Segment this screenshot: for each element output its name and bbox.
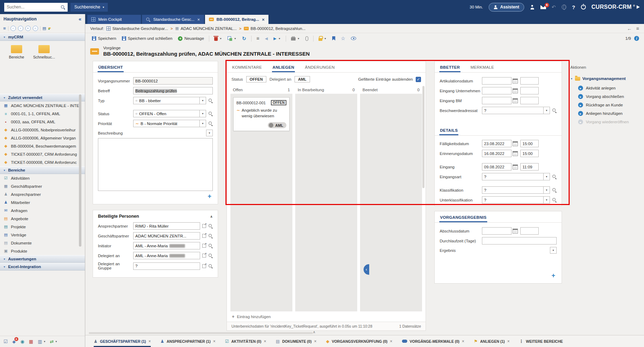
time-input[interactable] [520, 227, 539, 235]
date-input[interactable] [482, 227, 512, 235]
assignee-pill[interactable]: AML [268, 122, 286, 128]
recent-item[interactable]: ▦ADAC MÜNCHEN ZENTRALE - INTE [0, 101, 85, 110]
search-scope-button[interactable]: Suchbereiche ▾ [70, 3, 108, 12]
column-dropzone[interactable] [295, 94, 357, 311]
klassifikation-input[interactable]: ? [482, 186, 544, 194]
close-icon[interactable]: × [213, 339, 216, 344]
horizontal-scrollbar[interactable] [89, 332, 313, 334]
lookup-search-icon[interactable] [208, 111, 213, 116]
lookup-search-icon[interactable] [208, 264, 213, 268]
close-icon[interactable]: × [314, 339, 316, 344]
ansprechpartner-input[interactable]: RIMÜ - Rita Müller [133, 222, 200, 230]
tab-bbetter[interactable]: BBETTER [439, 61, 460, 72]
dropdown-button[interactable]: ▼ [544, 186, 550, 194]
save-and-close-button[interactable]: Speichern und schließen [120, 35, 174, 42]
add-entry-button[interactable]: + Eintrag hinzufügen [227, 311, 426, 322]
bottomtab-anliegen[interactable]: ⚑ANLIEGEN (1)× [474, 335, 510, 347]
menu-icon[interactable]: ≡ [3, 26, 6, 31]
insert-plus-icon[interactable]: + [551, 272, 555, 279]
sidebar-item-geschaeftspartner[interactable]: ▦Geschäftspartner [0, 182, 85, 190]
sidebar-item-angebote[interactable]: ▤Angebote [0, 215, 85, 223]
bottomtab-vorgangsverknuepfung[interactable]: ◆VORGANGSVERKNÜPFUNG (0)× [326, 335, 392, 347]
collapse-panel-icon[interactable]: ∧ [210, 215, 213, 218]
lookup-search-icon[interactable] [208, 98, 213, 103]
collapse-bottom-panel-button[interactable]: ∧ [313, 330, 315, 334]
date-input[interactable] [482, 77, 512, 85]
date-input[interactable]: 09.08.2022 [482, 163, 512, 171]
dropdown-button[interactable]: ▼ [200, 97, 206, 104]
favorite-button[interactable]: ☆ [339, 35, 347, 42]
sidebar-item-ansprechpartner[interactable]: ♟Ansprechpartner [0, 190, 85, 198]
open-record-icon[interactable] [202, 244, 206, 248]
folder-bereiche[interactable]: Bereiche [6, 45, 27, 59]
column-dropzone[interactable]: BB-0000012-001 OFFEN ∼ Angeblich wurde z… [230, 94, 292, 311]
bottomtab-ansprechpartner[interactable]: ♟ANSPRECHPARTNER (1)× [160, 335, 215, 347]
sidebar-section-bereiche[interactable]: ▼ Bereiche [0, 166, 85, 174]
calendar-icon[interactable] [513, 98, 518, 103]
tab-vorgang-bb0000012[interactable]: BB-0000012, Beitrag... × [205, 15, 268, 24]
recent-item[interactable]: ◆TICKET-0000008, CRM Anforderunc [0, 158, 85, 166]
dropdown-button[interactable]: ▼ [200, 120, 206, 127]
lookup-search-icon[interactable] [552, 108, 557, 113]
breadcrumb-item[interactable]: BB-0000012, Beitragszahlun... [244, 26, 305, 31]
date-input[interactable] [482, 97, 512, 104]
lookup-search-icon[interactable] [552, 188, 557, 192]
time-input[interactable]: 15:00 [520, 150, 539, 157]
date-input[interactable]: 16.08.2022 [482, 150, 512, 157]
bottomtab-vorgaenge-merkmale[interactable]: VORGÄNGE-MERKMALE (0)× [402, 335, 464, 347]
search-icon[interactable] [61, 5, 65, 10]
globe-icon[interactable] [562, 5, 566, 10]
beschreibung-textarea[interactable] [98, 138, 213, 191]
sidebar-section-recent[interactable]: ▼ Zuletzt verwendet [0, 94, 85, 101]
new-record-button[interactable]: +Neuanlage [176, 35, 206, 42]
previous-record-button[interactable]: ◀ [263, 35, 270, 42]
home-button[interactable]: ⌂ [33, 26, 38, 31]
sidebar-item-aktivitaeten[interactable]: ☑Aktivitäten [0, 174, 85, 182]
dropdown-button[interactable]: ▼ [544, 173, 550, 180]
close-icon[interactable]: × [462, 339, 464, 344]
dropdown-button[interactable]: ▼ [544, 107, 550, 114]
sidebar-section-auswertungen[interactable]: ▼ Auswertungen [0, 255, 85, 263]
sidebar-item-projekte[interactable]: ▤Projekte [0, 223, 85, 231]
bottomtab-dokumente[interactable]: ▤DOKUMENTE (0)× [276, 335, 317, 347]
nav-up-button[interactable]: ˄ [25, 26, 31, 31]
bottomtab-geschaeftspartner[interactable]: ♟GESCHÄFTSPARTNER (1)× [94, 335, 151, 347]
recent-item[interactable]: ◆BB-0000004, Beschwerdemanagem [0, 142, 85, 150]
history-back-icon[interactable]: ← [627, 26, 632, 31]
lookup-search-icon[interactable] [208, 253, 213, 258]
copy-structure-icon[interactable]: ▤ [43, 26, 46, 30]
durchlaufzeit-input[interactable] [482, 237, 557, 244]
sidebar-item-produkte[interactable]: ▣Produkte [0, 247, 85, 255]
bottomtab-weitere-bereiche[interactable]: ⋮WEITERE BEREICHE [519, 335, 563, 347]
visibility-button[interactable] [349, 36, 358, 41]
time-input[interactable] [520, 77, 539, 85]
time-input[interactable]: 11:09 [520, 163, 539, 171]
close-icon[interactable]: × [197, 17, 200, 22]
sidebar-section-excel[interactable]: ▼ Excel-Integration [0, 263, 85, 271]
calendar-icon[interactable] [513, 229, 518, 234]
recent-item[interactable]: ◆ALLG-0000006, Allgemeiner Vorgan [0, 134, 85, 142]
sidebar-item-dokumente[interactable]: ▤Dokumente [0, 239, 85, 247]
search-input[interactable] [7, 5, 61, 10]
bookmark-button[interactable] [330, 35, 337, 42]
attachment-button[interactable] [304, 35, 310, 42]
web-icon[interactable]: ◉ [20, 339, 24, 344]
collapse-sidebar-button[interactable]: « [79, 16, 81, 22]
time-input[interactable] [520, 97, 539, 104]
action-aktivitaet-anlegen[interactable]: ▶Aktivität an​legen [570, 84, 637, 92]
save-button[interactable]: Speichern [90, 35, 118, 42]
vorgangsnummer-input[interactable]: BB-0000012 [133, 77, 213, 85]
typ-input[interactable]: ○BB - bbetter [133, 97, 200, 104]
clipboard-icon[interactable]: ▥ [38, 339, 42, 344]
column-dropzone[interactable] [360, 94, 422, 311]
action-vorgang-abschliessen[interactable]: ▶Vorgang abschließen [570, 92, 637, 101]
folder-schnellsuche[interactable]: Schnellsuc... [33, 45, 55, 59]
undo-icon[interactable]: ↶ [552, 5, 556, 10]
calendar-icon[interactable] [513, 165, 518, 169]
notifications-button[interactable]: 6 [540, 5, 546, 9]
global-search[interactable] [4, 3, 68, 12]
delete-button[interactable]: ▼ [212, 35, 224, 42]
calendar-icon[interactable] [513, 141, 518, 146]
close-icon[interactable]: × [390, 339, 392, 344]
sidebar-item-anfragen[interactable]: ✉Anfragen [0, 206, 85, 215]
